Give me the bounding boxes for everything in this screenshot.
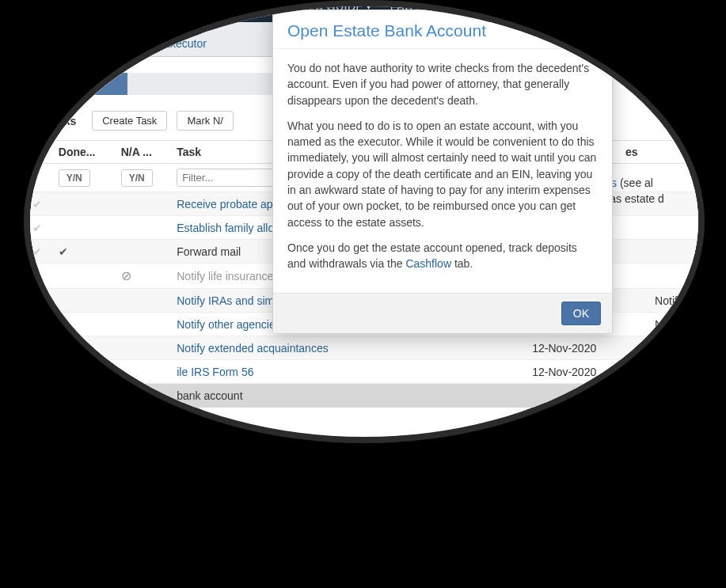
- progress-label: 29%: [65, 78, 86, 90]
- modal-paragraph-2: What you need to do is to open an estate…: [287, 118, 598, 230]
- ok-button[interactable]: OK: [561, 302, 601, 325]
- task-title: bank account: [177, 389, 242, 402]
- modal-body: You do not have authority to write check…: [273, 49, 612, 293]
- category-cell: [619, 264, 705, 289]
- task-cell[interactable]: bank account: [170, 384, 509, 408]
- row-check[interactable]: ✔: [24, 216, 52, 240]
- nav-item-compare[interactable]: COMPA: [432, 0, 474, 13]
- checkmark-icon: ✔: [59, 245, 68, 258]
- row-check[interactable]: ✔: [24, 313, 52, 336]
- task-title[interactable]: Notify extended acquaintances: [177, 342, 328, 355]
- tab-tasks[interactable]: Tasks: [86, 30, 146, 56]
- category-cell: Tax: [619, 360, 705, 384]
- col-done[interactable]: Done...: [52, 141, 115, 164]
- done-cell[interactable]: [52, 216, 115, 240]
- category-cell: [619, 216, 705, 240]
- task-title[interactable]: ile IRS Form 56: [177, 366, 253, 378]
- col-category[interactable]: es: [619, 141, 705, 164]
- task-title: Forward mail: [177, 245, 241, 258]
- date-cell: [509, 384, 619, 408]
- row-check[interactable]: ✔: [24, 360, 52, 384]
- row-check[interactable]: ✔: [24, 336, 52, 360]
- done-cell[interactable]: [52, 384, 115, 408]
- table-row[interactable]: ✔ile IRS Form 5612-Nov-2020Tax: [24, 360, 705, 384]
- task-cell[interactable]: ile IRS Form 56: [170, 360, 509, 384]
- mark-na-button[interactable]: Mark N/: [177, 111, 234, 131]
- modal-footer: OK: [273, 293, 612, 333]
- task-detail-modal: Open Estate Bank Account You do not have…: [272, 9, 613, 334]
- date-cell: 12-Nov-2020: [509, 360, 619, 384]
- key-tasks-label: Key Tasks: [24, 115, 76, 127]
- row-check[interactable]: ✔: [24, 289, 52, 313]
- modal-paragraph-1: You do not have authority to write check…: [287, 60, 598, 108]
- na-cell[interactable]: [115, 192, 171, 216]
- done-filter[interactable]: Y/N: [59, 169, 90, 187]
- date-cell: 12-Nov-2020: [509, 336, 619, 360]
- category-cell: Notify: [619, 313, 705, 336]
- na-filter[interactable]: Y/N: [121, 169, 153, 187]
- cashflow-link[interactable]: Cashflow: [405, 257, 451, 270]
- nav-item-es[interactable]: ES ▾: [204, 0, 230, 13]
- col-select[interactable]: ✔: [24, 141, 52, 164]
- row-check[interactable]: ✔: [24, 240, 52, 264]
- table-row[interactable]: ✔Notify extended acquaintances12-Nov-202…: [24, 336, 705, 360]
- done-cell[interactable]: [52, 313, 115, 336]
- viewport-ellipse: ES ▾ EXECUTOR'S GUIDE ▾ FAQ COMPA Tasks …: [24, 0, 705, 443]
- task-cell[interactable]: Notify extended acquaintances: [170, 336, 509, 360]
- category-cell: Financial: [619, 384, 705, 408]
- col-na[interactable]: N/A ...: [115, 141, 171, 164]
- create-task-button[interactable]: Create Task: [92, 111, 167, 131]
- na-icon: ⊘: [121, 269, 131, 283]
- check-icon: ✔: [29, 146, 38, 158]
- modal-p3-post: tab.: [451, 257, 473, 270]
- done-cell[interactable]: [52, 192, 115, 216]
- na-cell[interactable]: [115, 360, 171, 384]
- modal-title: Open Estate Bank Account: [273, 10, 612, 49]
- na-cell[interactable]: [115, 336, 171, 360]
- app-root: ES ▾ EXECUTOR'S GUIDE ▾ FAQ COMPA Tasks …: [24, 0, 705, 408]
- category-cell: [619, 240, 705, 264]
- done-cell[interactable]: [52, 264, 115, 289]
- modal-paragraph-3: Once you do get the estate account opene…: [287, 240, 598, 272]
- category-cell: Notify: [619, 336, 705, 360]
- na-cell[interactable]: [115, 289, 171, 313]
- row-check[interactable]: ✔: [24, 264, 52, 289]
- row-check[interactable]: ✔: [24, 384, 52, 408]
- done-cell[interactable]: [52, 336, 115, 360]
- na-cell[interactable]: [115, 240, 171, 264]
- na-cell[interactable]: [115, 216, 171, 240]
- tab-executor[interactable]: Executor: [148, 30, 222, 56]
- na-cell[interactable]: [115, 313, 171, 336]
- done-cell[interactable]: [52, 360, 115, 384]
- na-cell[interactable]: ⊘: [115, 264, 171, 289]
- na-cell[interactable]: [115, 384, 171, 408]
- category-cell: Notify: [619, 289, 705, 313]
- row-check[interactable]: ✔: [24, 192, 52, 216]
- done-cell[interactable]: ✔: [52, 240, 115, 264]
- done-cell[interactable]: [52, 289, 115, 313]
- table-row[interactable]: ✔bank accountFinancial: [24, 384, 705, 408]
- progress-fill: 29%: [24, 73, 127, 95]
- side-text1: (see al: [617, 176, 653, 189]
